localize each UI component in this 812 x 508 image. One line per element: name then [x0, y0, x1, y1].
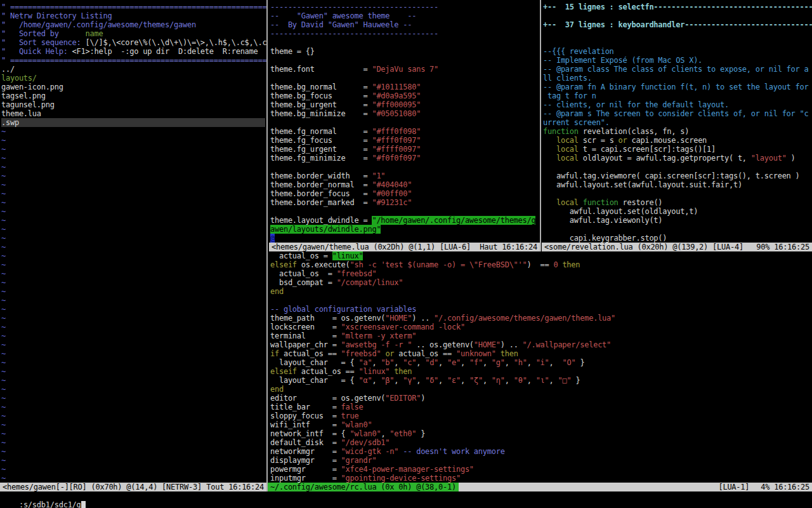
code-line: theme.fg_urgent = "#ffff0097" — [270, 145, 539, 154]
code-line: tag t for n — [543, 91, 811, 100]
code-line: inputmgr = "gpointing-device-settings" — [270, 474, 811, 483]
code-line: terminal = "mlterm -y xterm" — [270, 331, 811, 340]
code-line: ~ — [1, 154, 265, 163]
code-line: displaymgr = "grandr" — [270, 456, 811, 465]
code-line: ~ — [1, 198, 265, 207]
code-line: ~ — [1, 305, 265, 314]
code-line: -- clients, or nil for the default layou… — [543, 100, 811, 109]
statusline-revelation-lua: <some/revelation.lua (0x20h) @(139,2) [L… — [542, 243, 812, 251]
statusline-position: 90% 16:16:25 — [756, 243, 809, 251]
code-line: theme.bg_urgent = "#ff000095" — [270, 100, 539, 109]
code-line: ~ — [1, 163, 265, 171]
code-line: theme.bg_focus = "#d0a9a595" — [270, 91, 539, 100]
code-line: -- "Gawen" awesome theme -- — [270, 11, 539, 20]
code-line: end — [270, 287, 811, 296]
rc-lua-pane[interactable]: actual_os = "linux"elseif os.execute("sh… — [269, 251, 812, 483]
code-line: -- global configuration variables — [270, 305, 811, 314]
code-line: ~ — [1, 234, 265, 243]
code-line: .swp — [1, 118, 265, 127]
code-line: ~ — [1, 225, 265, 234]
code-line: ~ — [1, 331, 265, 340]
code-line: @ — [270, 234, 539, 243]
code-line: ~ — [1, 385, 265, 394]
code-line: awful.tag.viewmore( capi.screen[scr]:tag… — [543, 171, 811, 180]
theme-lua-pane[interactable]: ----------------------------------------… — [269, 0, 540, 243]
code-line: -------------------------------------- — [270, 3, 539, 11]
code-line: ~ — [1, 465, 265, 474]
code-line: ~ — [1, 323, 265, 331]
code-line: urrent screen". — [543, 118, 811, 127]
statusline-position: Tout 16:16:24 — [206, 483, 264, 491]
code-line: lockscreen = "xscreensaver-command -lock… — [270, 323, 811, 331]
code-line: ~ — [1, 145, 265, 154]
code-line: theme.border_normal = "#404040" — [270, 180, 539, 189]
netrw-pane[interactable]: " ======================================… — [0, 0, 266, 483]
code-line: layout_char = { "a", "b", "c", "d", "e",… — [270, 358, 811, 367]
code-line: local oldlayout = awful.tag.getproperty(… — [543, 154, 811, 163]
statusline-file-info: <hemes/gawen[-][RO] (0x70h) @(14,4) [NET… — [3, 483, 202, 491]
code-line: actual_os = "freebsd" — [270, 269, 811, 278]
code-line: theme.font = "DejaVu sans 7" — [270, 65, 539, 74]
code-line: -------------------------------------- — [270, 29, 539, 38]
command-text: :s/sdb1/sdc1/g — [19, 500, 81, 508]
code-line: ~ — [1, 367, 265, 376]
code-line: -- Implement Exposé (from Mac OS X). — [543, 56, 811, 65]
code-line: ~ — [1, 207, 265, 216]
code-line: +-- 15 lignes : selectfn----------------… — [543, 3, 811, 11]
code-line: " Sort sequence: [\/]$,\<core\%(\.\d\+\)… — [1, 38, 265, 47]
code-line: wallpaper_chr = "awsetbg -f -r " .. os.g… — [270, 340, 811, 349]
code-line: powermgr = "xfce4-power-manager-settings… — [270, 465, 811, 474]
code-line: " Sorted by name — [1, 29, 265, 38]
code-line: ~ — [1, 287, 265, 296]
code-line: elseif actual_os == "linux" then — [270, 367, 811, 376]
code-line: theme.border_marked = "#91231c" — [270, 198, 539, 207]
code-line: ~ — [1, 349, 265, 358]
revelation-lua-pane[interactable]: +-- 15 lignes : selectfn----------------… — [542, 0, 812, 243]
code-line: ~ — [1, 216, 265, 225]
code-line: theme.fg_focus = "#fff0f097" — [270, 136, 539, 145]
code-line: -- By David "Gawen" Hauweele -- — [270, 20, 539, 29]
code-line — [270, 207, 539, 216]
code-line: title_bar = false — [270, 403, 811, 411]
code-line: actual_os = "linux" — [270, 251, 811, 260]
statusline-rc-lua: ~/.config/awesome/rc.lua (0x 0h) @(38,0-… — [268, 483, 812, 491]
code-line: " /home/gawen/.config/awesome/themes/gaw… — [1, 20, 265, 29]
code-line: awful.layout.set(awful.layout.suit.fair,… — [543, 180, 811, 189]
code-line: local scr = s or capi.mouse.screen — [543, 136, 811, 145]
code-line — [543, 29, 811, 38]
vertical-split-separator[interactable] — [540, 0, 541, 251]
code-line: sloppy_focus = true — [270, 411, 811, 420]
code-line: theme_path = os.getenv("HOME") .. "/.con… — [270, 314, 811, 323]
code-line: theme.lua — [1, 109, 265, 118]
code-line: default_disk = "/dev/sdb1" — [270, 438, 811, 447]
code-line: ~ — [1, 278, 265, 287]
code-line: ~ — [1, 189, 265, 198]
code-line — [543, 163, 811, 171]
code-line: end — [270, 385, 811, 394]
code-line: awful.tag.viewonly(t) — [543, 216, 811, 225]
code-line: ~ — [1, 411, 265, 420]
code-line: ~ — [1, 127, 265, 136]
code-line: ~ — [1, 260, 265, 269]
code-line: ~ — [1, 269, 265, 278]
code-line — [543, 38, 811, 47]
vertical-split-separator[interactable] — [266, 0, 268, 491]
code-line: wifi_intf = "wlan0" — [270, 420, 811, 429]
command-line[interactable]: :s/sdb1/sdc1/g — [0, 491, 812, 500]
code-line: layouts/ — [1, 74, 265, 83]
text-cursor — [81, 501, 86, 508]
code-line: theme.border_width = "1" — [270, 171, 539, 180]
code-line: --{{{ revelation — [543, 47, 811, 56]
code-line: layout_char = { "α", "β", "γ", "δ", "ε",… — [270, 376, 811, 385]
code-line — [543, 11, 811, 20]
code-line: ~ — [1, 314, 265, 323]
code-line — [270, 296, 811, 305]
code-line: ~ — [1, 340, 265, 349]
code-line — [543, 225, 811, 234]
code-line: -- @param class The class of clients to … — [543, 65, 811, 74]
code-line: local t = capi.screen[scr]:tags()[1] — [543, 145, 811, 154]
code-line: networkmgr = "wicd-gtk -n" -- doesn't wo… — [270, 447, 811, 456]
code-line: gawen-icon.png — [1, 83, 265, 91]
code-line: +-- 37 lignes : keyboardhandler---------… — [543, 20, 811, 29]
code-line: ~ — [1, 394, 265, 403]
